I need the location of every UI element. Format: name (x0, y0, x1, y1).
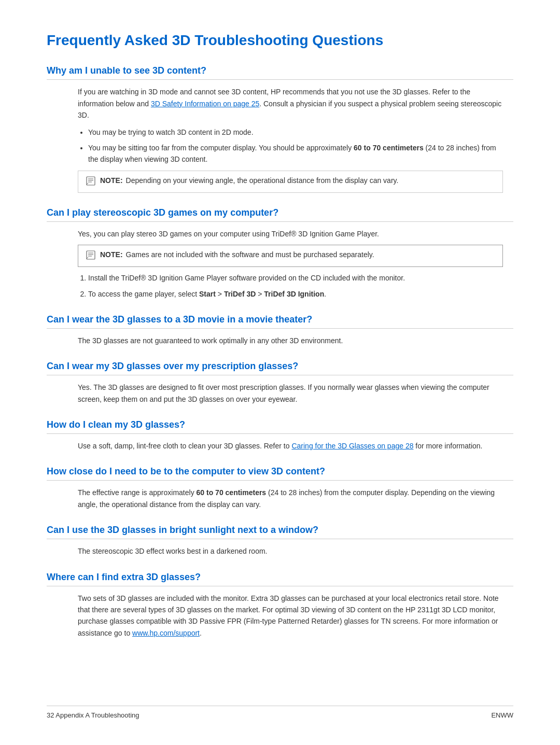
section-prescription: Can I wear my 3D glasses over my prescri… (47, 361, 513, 405)
page-title: Frequently Asked 3D Troubleshooting Ques… (47, 31, 513, 50)
section-title-4: Can I wear my 3D glasses over my prescri… (47, 361, 513, 375)
section-1-intro: If you are watching in 3D mode and canno… (78, 86, 503, 121)
section-play-games: Can I play stereoscopic 3D games on my c… (47, 207, 513, 300)
section-title-7: Can I use the 3D glasses in bright sunli… (47, 525, 513, 539)
section-8-body: Two sets of 3D glasses are included with… (78, 593, 503, 639)
section-2-steps: Install the TriDef® 3D Ignition Game Pla… (88, 272, 503, 300)
note-icon-1 (86, 176, 96, 188)
note-text-1: NOTE:Depending on your viewing angle, th… (100, 175, 398, 186)
section-title-8: Where can I find extra 3D glasses? (47, 572, 513, 586)
section-title-6: How close do I need to be to the compute… (47, 466, 513, 481)
link-hp-support[interactable]: www.hp.com/support (132, 629, 200, 637)
section-title-1: Why am I unable to see 3D content? (47, 65, 513, 80)
footer-left: 32 Appendix A Troubleshooting (47, 711, 139, 719)
section-2-intro: Yes, you can play stereo 3D games on you… (78, 228, 503, 240)
section-title-5: How do I clean my 3D glasses? (47, 419, 513, 434)
section-distance: How close do I need to be to the compute… (47, 466, 513, 510)
section-5-body: Use a soft, damp, lint-free cloth to cle… (78, 440, 503, 452)
section-6-body: The effective range is approximately 60 … (78, 487, 503, 510)
svg-rect-0 (87, 177, 95, 185)
section-title-3: Can I wear the 3D glasses to a 3D movie … (47, 314, 513, 329)
note-icon-2 (86, 250, 96, 262)
footer-right: ENWW (491, 711, 513, 719)
section-movie-theater: Can I wear the 3D glasses to a 3D movie … (47, 314, 513, 346)
bullet-item: You may be sitting too far from the comp… (88, 142, 503, 165)
section-7-body: The stereoscopic 3D effect works best in… (78, 545, 503, 557)
step-item: Install the TriDef® 3D Ignition Game Pla… (88, 272, 503, 284)
note-box-1: NOTE:Depending on your viewing angle, th… (78, 171, 503, 193)
svg-rect-4 (87, 251, 95, 259)
page-footer: 32 Appendix A Troubleshooting ENWW (47, 706, 513, 719)
section-title-2: Can I play stereoscopic 3D games on my c… (47, 207, 513, 222)
link-caring-glasses[interactable]: Caring for the 3D Glasses on page 28 (291, 442, 413, 450)
note-text-2: NOTE:Games are not included with the sof… (100, 249, 374, 260)
note-label-2: NOTE: (100, 250, 123, 259)
section-3-body: The 3D glasses are not guaranteed to wor… (78, 335, 503, 346)
step-item: To access the game player, select Start … (88, 288, 503, 300)
section-why-unable: Why am I unable to see 3D content? If yo… (47, 65, 513, 192)
bullet-item: You may be trying to watch 3D content in… (88, 126, 503, 138)
section-bright-sunlight: Can I use the 3D glasses in bright sunli… (47, 525, 513, 557)
section-4-body: Yes. The 3D glasses are designed to fit … (78, 382, 503, 405)
note-box-2: NOTE:Games are not included with the sof… (78, 245, 503, 267)
link-3d-safety[interactable]: 3D Safety Information on page 25 (151, 100, 259, 108)
note-label-1: NOTE: (100, 176, 123, 185)
section-extra-glasses: Where can I find extra 3D glasses? Two s… (47, 572, 513, 639)
section-1-bullets: You may be trying to watch 3D content in… (88, 126, 503, 165)
section-clean-glasses: How do I clean my 3D glasses? Use a soft… (47, 419, 513, 452)
